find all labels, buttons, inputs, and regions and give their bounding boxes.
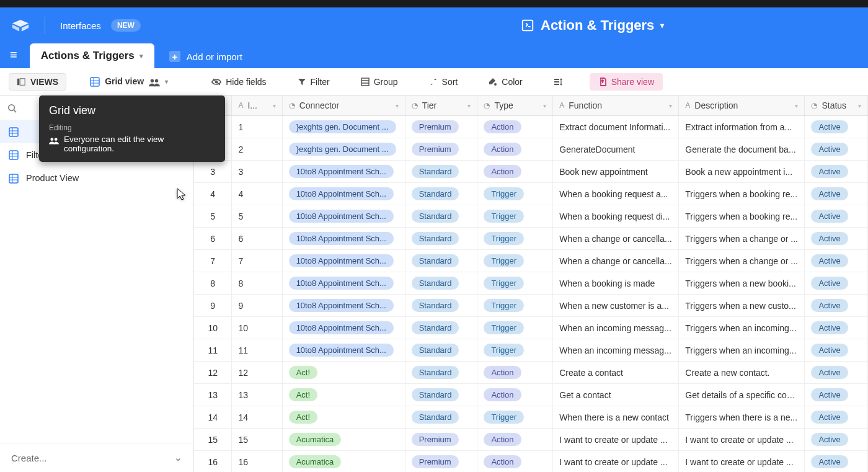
- cell-type[interactable]: Action: [477, 161, 553, 183]
- chevron-down-icon[interactable]: ▾: [140, 52, 143, 60]
- views-sidebar-toggle[interactable]: VIEWS: [9, 73, 66, 91]
- cell-type[interactable]: Trigger: [477, 250, 553, 272]
- cell-connector[interactable]: 10to8 Appointment Sch...: [282, 272, 405, 295]
- table-row[interactable]: 111110to8 Appointment Sch...StandardTrig…: [194, 339, 868, 362]
- cell-status[interactable]: Active: [805, 183, 868, 205]
- cell-description[interactable]: I want to create or update ...: [679, 429, 805, 451]
- column-connector[interactable]: ◔Connector▾: [282, 96, 405, 116]
- table-row[interactable]: 9910to8 Appointment Sch...StandardTrigge…: [194, 295, 868, 317]
- cell-description[interactable]: Triggers when there is a ne...: [679, 406, 805, 429]
- cell-type[interactable]: Action: [477, 451, 553, 473]
- column-type[interactable]: ◔Type▾: [477, 96, 553, 116]
- cell-id[interactable]: 8: [232, 272, 282, 295]
- cell-type[interactable]: Action: [477, 384, 553, 406]
- cell-tier[interactable]: Standard: [405, 295, 477, 317]
- cell-status[interactable]: Active: [805, 384, 868, 406]
- cell-description[interactable]: Triggers when a booking re...: [679, 205, 805, 228]
- cell-tier[interactable]: Standard: [405, 272, 477, 295]
- cell-connector[interactable]: Act!: [282, 406, 405, 429]
- cell-id[interactable]: 9: [232, 295, 282, 317]
- cell-type[interactable]: Trigger: [477, 295, 553, 317]
- sidebar-view-product[interactable]: Product View: [0, 166, 193, 189]
- cell-tier[interactable]: Standard: [405, 228, 477, 250]
- table-row[interactable]: 11}exghts gen. Document ...PremiumAction…: [194, 116, 868, 138]
- cell-type[interactable]: Action: [477, 429, 553, 451]
- cell-tier[interactable]: Standard: [405, 250, 477, 272]
- color-button[interactable]: Color: [481, 74, 529, 90]
- cell-tier[interactable]: Premium: [405, 138, 477, 161]
- cell-description[interactable]: Triggers when a new booki...: [679, 272, 805, 295]
- row-height-button[interactable]: [546, 74, 570, 89]
- cell-id[interactable]: 12: [232, 362, 282, 384]
- interfaces-link[interactable]: Interfaces: [60, 20, 101, 31]
- row-number[interactable]: 8: [194, 272, 232, 295]
- cell-type[interactable]: Trigger: [477, 272, 553, 295]
- cell-function[interactable]: When there is a new contact: [553, 406, 679, 429]
- row-number[interactable]: 10: [194, 317, 232, 339]
- current-view-button[interactable]: Grid view ▾: [84, 73, 174, 90]
- filter-button[interactable]: Filter: [290, 74, 337, 90]
- column-id[interactable]: AI...▾: [232, 96, 282, 116]
- cell-tier[interactable]: Standard: [405, 317, 477, 339]
- cell-connector[interactable]: 10to8 Appointment Sch...: [282, 317, 405, 339]
- cell-function[interactable]: When an incoming messag...: [553, 317, 679, 339]
- cell-tier[interactable]: Standard: [405, 406, 477, 429]
- app-logo-icon[interactable]: [11, 19, 30, 32]
- cell-id[interactable]: 10: [232, 317, 282, 339]
- sort-button[interactable]: Sort: [422, 74, 466, 90]
- cell-status[interactable]: Active: [805, 161, 868, 183]
- row-number[interactable]: 13: [194, 384, 232, 406]
- cell-connector[interactable]: 10to8 Appointment Sch...: [282, 183, 405, 205]
- cell-id[interactable]: 13: [232, 384, 282, 406]
- cell-function[interactable]: When a new customer is a...: [553, 295, 679, 317]
- cell-description[interactable]: Triggers when a new custo...: [679, 295, 805, 317]
- cell-function[interactable]: GenerateDocument: [553, 138, 679, 161]
- add-or-import-button[interactable]: + Add or import: [162, 45, 250, 68]
- cell-type[interactable]: Action: [477, 362, 553, 384]
- row-number[interactable]: 4: [194, 183, 232, 205]
- row-number[interactable]: 11: [194, 339, 232, 362]
- table-row[interactable]: 1414Act!StandardTriggerWhen there is a n…: [194, 406, 868, 429]
- cell-description[interactable]: Extract information from a...: [679, 116, 805, 138]
- cell-description[interactable]: Triggers when a change or ...: [679, 250, 805, 272]
- cell-id[interactable]: 2: [232, 138, 282, 161]
- table-row[interactable]: 1616AcumaticaPremiumActionI want to crea…: [194, 451, 868, 473]
- row-number[interactable]: 6: [194, 228, 232, 250]
- hamburger-icon[interactable]: ≡: [10, 48, 17, 62]
- row-number[interactable]: 5: [194, 205, 232, 228]
- cell-id[interactable]: 15: [232, 429, 282, 451]
- cell-tier[interactable]: Standard: [405, 339, 477, 362]
- cell-status[interactable]: Active: [805, 116, 868, 138]
- cell-connector[interactable]: }exghts gen. Document ...: [282, 116, 405, 138]
- row-number[interactable]: 7: [194, 250, 232, 272]
- table-row[interactable]: 3310to8 Appointment Sch...StandardAction…: [194, 161, 868, 183]
- table-row[interactable]: 7710to8 Appointment Sch...StandardTrigge…: [194, 250, 868, 272]
- data-grid[interactable]: AI...▾ ◔Connector▾ ◔Tier▾ ◔Type▾ AFuncti…: [194, 96, 868, 472]
- cell-tier[interactable]: Standard: [405, 161, 477, 183]
- cell-type[interactable]: Action: [477, 116, 553, 138]
- cell-description[interactable]: Triggers when an incoming...: [679, 339, 805, 362]
- cell-function[interactable]: When a booking is made: [553, 272, 679, 295]
- table-row[interactable]: 6610to8 Appointment Sch...StandardTrigge…: [194, 228, 868, 250]
- cell-description[interactable]: Generate the document ba...: [679, 138, 805, 161]
- cell-function[interactable]: When a booking request di...: [553, 205, 679, 228]
- cell-type[interactable]: Trigger: [477, 317, 553, 339]
- cell-type[interactable]: Trigger: [477, 205, 553, 228]
- cell-connector[interactable]: Act!: [282, 362, 405, 384]
- cell-description[interactable]: Triggers when an incoming...: [679, 317, 805, 339]
- cell-status[interactable]: Active: [805, 228, 868, 250]
- cell-function[interactable]: Create a contact: [553, 362, 679, 384]
- create-view-button[interactable]: Create... ⌄: [0, 443, 193, 472]
- cell-type[interactable]: Action: [477, 138, 553, 161]
- cell-function[interactable]: When a change or cancella...: [553, 228, 679, 250]
- cell-id[interactable]: 16: [232, 451, 282, 473]
- cell-connector[interactable]: 10to8 Appointment Sch...: [282, 205, 405, 228]
- cell-id[interactable]: 1: [232, 116, 282, 138]
- cell-function[interactable]: Book new appointment: [553, 161, 679, 183]
- cell-type[interactable]: Trigger: [477, 406, 553, 429]
- table-row[interactable]: 1212Act!StandardActionCreate a contactCr…: [194, 362, 868, 384]
- cell-status[interactable]: Active: [805, 317, 868, 339]
- row-number[interactable]: 9: [194, 295, 232, 317]
- cell-tier[interactable]: Standard: [405, 362, 477, 384]
- cell-id[interactable]: 11: [232, 339, 282, 362]
